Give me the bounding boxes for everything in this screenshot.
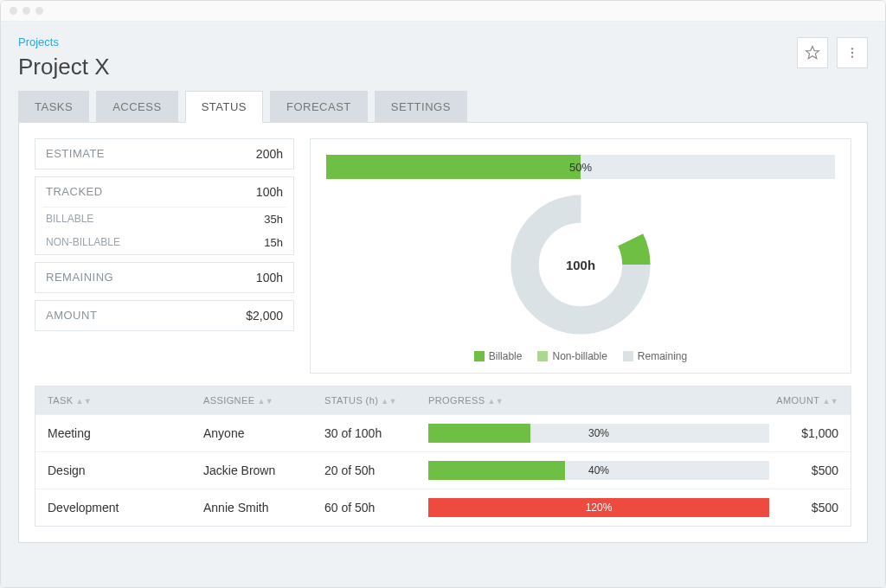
stat-label: TRACKED xyxy=(46,185,103,199)
sort-icon: ▲▼ xyxy=(819,397,838,406)
stat-remaining: REMAINING 100h xyxy=(35,262,294,293)
favorite-button[interactable] xyxy=(797,37,828,68)
sort-icon: ▲▼ xyxy=(74,397,93,406)
stat-label: BILLABLE xyxy=(46,213,93,226)
col-header-amount[interactable]: AMOUNT▲▼ xyxy=(769,395,838,406)
table-row[interactable]: MeetingAnyone30 of 100h30%$1,000 xyxy=(35,414,851,451)
tab-tasks[interactable]: TASKS xyxy=(18,91,89,123)
more-vertical-icon xyxy=(845,46,859,60)
tabs: TASKS ACCESS STATUS FORECAST SETTINGS xyxy=(18,91,868,123)
overall-progress-label: 50% xyxy=(326,155,835,179)
cell-task: Meeting xyxy=(48,426,203,440)
svg-point-1 xyxy=(851,48,853,49)
legend-remaining: Remaining xyxy=(638,350,687,362)
donut-center-label: 100h xyxy=(566,258,595,272)
window-dot xyxy=(10,7,17,15)
sort-icon: ▲▼ xyxy=(485,397,504,406)
stat-value: 100h xyxy=(256,185,283,199)
status-panel: ESTIMATE 200h TRACKED 100h BILLABLE 35h xyxy=(18,122,868,543)
stat-value: 200h xyxy=(256,147,283,161)
stat-value: 35h xyxy=(264,213,283,226)
stat-estimate: ESTIMATE 200h xyxy=(35,138,294,169)
cell-status: 60 of 50h xyxy=(324,501,428,514)
col-header-assignee[interactable]: ASSIGNEE▲▼ xyxy=(203,395,324,406)
stat-label: ESTIMATE xyxy=(46,147,105,161)
cell-progress: 120% xyxy=(428,498,769,517)
sort-icon: ▲▼ xyxy=(378,397,397,406)
table-row[interactable]: DevelopmentAnnie Smith60 of 50h120%$500 xyxy=(35,489,851,526)
window-dot xyxy=(22,7,30,15)
page-title: Project X xyxy=(18,54,110,80)
table-row[interactable]: DesignJackie Brown20 of 50h40%$500 xyxy=(35,451,851,489)
col-header-progress[interactable]: PROGRESS▲▼ xyxy=(428,395,769,406)
task-table: TASK▲▼ ASSIGNEE▲▼ STATUS (h)▲▼ PROGRESS▲… xyxy=(35,386,851,527)
tab-status[interactable]: STATUS xyxy=(185,91,263,123)
stat-label: AMOUNT xyxy=(46,309,97,323)
stat-label: REMAINING xyxy=(46,271,113,284)
window-dot xyxy=(35,7,43,15)
overall-progress-bar: 50% xyxy=(326,155,835,179)
sort-icon: ▲▼ xyxy=(254,397,273,406)
stat-value: 15h xyxy=(264,236,283,249)
more-button[interactable] xyxy=(837,37,868,68)
cell-progress: 30% xyxy=(428,424,769,443)
svg-point-2 xyxy=(851,52,853,54)
stat-value: $2,000 xyxy=(246,309,283,323)
star-icon xyxy=(805,45,820,61)
stat-value: 100h xyxy=(256,271,283,284)
cell-task: Design xyxy=(48,463,203,477)
stat-label: NON-BILLABLE xyxy=(46,236,120,249)
cell-amount: $500 xyxy=(769,463,838,477)
chart-legend: Billable Non-billable Remaining xyxy=(474,350,687,362)
tab-forecast[interactable]: FORECAST xyxy=(270,91,368,123)
donut-chart: 100h xyxy=(507,191,654,338)
svg-marker-0 xyxy=(806,47,819,59)
stat-amount: AMOUNT $2,000 xyxy=(35,300,294,331)
legend-billable: Billable xyxy=(489,350,523,362)
chart-panel: 50% 100h Billable Non-billable Remaining xyxy=(310,138,851,374)
tab-access[interactable]: ACCESS xyxy=(96,91,177,123)
col-header-task[interactable]: TASK▲▼ xyxy=(48,395,203,406)
cell-assignee: Annie Smith xyxy=(203,501,324,514)
cell-status: 20 of 50h xyxy=(324,463,428,477)
cell-assignee: Anyone xyxy=(203,426,324,440)
table-header-row: TASK▲▼ ASSIGNEE▲▼ STATUS (h)▲▼ PROGRESS▲… xyxy=(35,387,851,414)
cell-progress: 40% xyxy=(428,461,769,480)
tab-settings[interactable]: SETTINGS xyxy=(375,91,467,123)
cell-task: Development xyxy=(48,501,203,514)
stat-tracked: TRACKED 100h BILLABLE 35h NON-BILLABLE 1… xyxy=(35,176,294,255)
svg-point-3 xyxy=(851,55,853,57)
col-header-status[interactable]: STATUS (h)▲▼ xyxy=(324,395,428,406)
legend-nonbillable: Non-billable xyxy=(552,350,607,362)
breadcrumb[interactable]: Projects xyxy=(18,35,59,48)
cell-status: 30 of 100h xyxy=(324,426,428,440)
cell-amount: $1,000 xyxy=(769,426,838,440)
cell-assignee: Jackie Brown xyxy=(203,463,324,477)
cell-amount: $500 xyxy=(769,501,838,514)
window-titlebar xyxy=(1,1,885,22)
